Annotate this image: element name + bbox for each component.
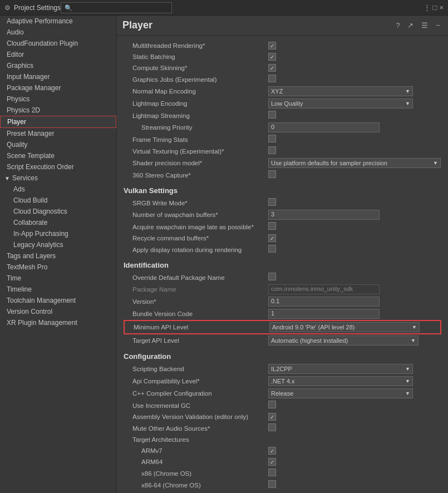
sidebar-item-input-manager[interactable]: Input Manager xyxy=(0,71,116,82)
maximize-button[interactable]: □ xyxy=(433,3,437,12)
dropdown-shader-precision-text: Use platform defaults for sampler precis… xyxy=(271,160,387,166)
sidebar-item-collaborate[interactable]: Collaborate xyxy=(0,217,116,228)
sidebar-item-player[interactable]: Player xyxy=(0,116,116,128)
sidebar-item-graphics[interactable]: Graphics xyxy=(0,60,116,71)
checkbox-srgb-write[interactable] xyxy=(268,198,276,206)
help-icon[interactable]: ? xyxy=(393,20,402,31)
sidebar-item-audio[interactable]: Audio xyxy=(0,27,116,38)
sidebar-item-physics-2d[interactable]: Physics 2D xyxy=(0,105,116,116)
sidebar-item-ads[interactable]: Ads xyxy=(0,184,116,195)
dropdown-normal-map-encoding[interactable]: XYZ ▼ xyxy=(268,86,413,96)
checkbox-virtual-texturing[interactable] xyxy=(268,146,276,154)
checkbox-apply-display-rotation[interactable] xyxy=(268,245,276,253)
row-assembly-version-validation: Assembly Version Validation (editor only… xyxy=(124,411,441,422)
sidebar-item-cloudfoundation[interactable]: CloudFoundation Plugin xyxy=(0,38,116,49)
dropdown-api-compatibility[interactable]: .NET 4.x ▼ xyxy=(268,376,413,386)
sidebar-item-editor[interactable]: Editor xyxy=(0,49,116,60)
checkbox-x86[interactable] xyxy=(268,469,276,476)
services-arrow: ▼ xyxy=(4,175,10,181)
checkbox-override-package-name[interactable] xyxy=(268,273,276,280)
sidebar-item-textmesh-pro[interactable]: TextMesh Pro xyxy=(0,262,116,273)
checkbox-frame-timing[interactable] xyxy=(268,135,276,142)
value-normal-map-encoding: XYZ ▼ xyxy=(268,86,441,96)
input-bundle-version-code[interactable]: 1 xyxy=(268,309,380,319)
checkbox-assembly-version-validation[interactable] xyxy=(268,413,276,421)
sidebar-item-script-execution-order[interactable]: Script Execution Order xyxy=(0,161,116,172)
row-virtual-texturing: Virtual Texturing (Experimental)* xyxy=(124,145,441,157)
value-minimum-api-level: Android 9.0 'Pie' (API level 28) ▼ xyxy=(269,322,440,332)
sidebar-item-cloud-diagnostics[interactable]: Cloud Diagnostics xyxy=(0,206,116,217)
sidebar-item-physics[interactable]: Physics xyxy=(0,93,116,105)
input-package-name: com.inmolens.inmo_unity_sdk xyxy=(268,284,380,294)
checkbox-x86-64[interactable] xyxy=(268,480,276,488)
label-lightmap-encoding: Lightmap Encoding xyxy=(124,100,268,107)
configuration-header: Configuration xyxy=(124,352,441,361)
sidebar-item-adaptive-performance[interactable]: Adaptive Performance xyxy=(0,16,116,27)
sidebar-item-quality[interactable]: Quality xyxy=(0,139,116,150)
row-incremental-gc: Use Incremental GC xyxy=(124,400,441,411)
checkbox-armv7[interactable] xyxy=(268,447,276,455)
value-shader-precision: Use platform defaults for sampler precis… xyxy=(268,158,441,168)
dropdown-shader-precision[interactable]: Use platform defaults for sampler precis… xyxy=(268,158,441,168)
checkbox-graphics-jobs[interactable] xyxy=(268,75,276,82)
input-streaming-priority[interactable]: 0 xyxy=(268,122,380,132)
layout-icon[interactable]: ☰ xyxy=(419,20,430,31)
checkbox-incremental-gc[interactable] xyxy=(268,401,276,408)
checkbox-360-stereo[interactable] xyxy=(268,170,276,178)
sidebar-item-tags-and-layers[interactable]: Tags and Layers xyxy=(0,250,116,262)
checkbox-compute-skinning[interactable] xyxy=(268,64,276,72)
dropdown-scripting-backend-arrow: ▼ xyxy=(405,366,410,372)
checkbox-acquire-swapchain[interactable] xyxy=(268,222,276,230)
row-x86: x86 (Chrome OS) xyxy=(124,467,441,479)
checkbox-mute-audio[interactable] xyxy=(268,423,276,431)
dropdown-target-api-level[interactable]: Automatic (highest installed) ▼ xyxy=(268,336,419,346)
input-swapchain-buffers[interactable]: 3 xyxy=(268,210,380,220)
sidebar-item-in-app-purchasing[interactable]: In-App Purchasing xyxy=(0,228,116,239)
checkbox-lightmap-streaming[interactable] xyxy=(268,111,276,119)
pin-button[interactable]: ⋮ xyxy=(424,3,431,12)
row-normal-map-encoding: Normal Map Encoding XYZ ▼ xyxy=(124,85,441,97)
dropdown-cpp-compiler[interactable]: Release ▼ xyxy=(268,388,413,398)
sidebar-item-version-control[interactable]: Version Control xyxy=(0,306,116,317)
dropdown-lightmap-encoding-text: Low Quality xyxy=(271,100,303,107)
dropdown-minimum-api-level[interactable]: Android 9.0 'Pie' (API level 28) ▼ xyxy=(269,322,420,332)
sidebar-item-toolchain-management[interactable]: Toolchain Management xyxy=(0,295,116,306)
row-arm64: ARM64 xyxy=(124,456,441,467)
sidebar-item-cloud-build[interactable]: Cloud Build xyxy=(0,195,116,206)
value-x86-64 xyxy=(268,480,441,490)
input-version[interactable]: 0.1 xyxy=(268,297,380,307)
minimize-icon[interactable]: − xyxy=(434,20,442,31)
label-acquire-swapchain: Acquire swapchain image late as possible… xyxy=(124,224,268,230)
label-static-batching: Static Batching xyxy=(124,53,268,60)
sidebar-group-services[interactable]: ▼Services xyxy=(0,172,116,184)
sidebar-item-time[interactable]: Time xyxy=(0,273,116,284)
dropdown-cpp-compiler-text: Release xyxy=(271,390,293,397)
label-mute-audio: Mute Other Audio Sources* xyxy=(124,425,268,432)
sidebar-item-xr-plugin-management[interactable]: XR Plugin Management xyxy=(0,317,116,328)
open-icon[interactable]: ↗ xyxy=(405,20,416,31)
sidebar-item-legacy-analytics[interactable]: Legacy Analytics xyxy=(0,239,116,250)
value-cpp-compiler: Release ▼ xyxy=(268,388,441,398)
checkbox-static-batching[interactable] xyxy=(268,53,276,61)
search-input[interactable] xyxy=(61,2,172,13)
sidebar-item-timeline[interactable]: Timeline xyxy=(0,284,116,295)
dropdown-lightmap-encoding[interactable]: Low Quality ▼ xyxy=(268,98,413,109)
value-bundle-version-code: 1 xyxy=(268,309,441,319)
value-x86 xyxy=(268,469,441,478)
label-assembly-version-validation: Assembly Version Validation (editor only… xyxy=(124,413,268,420)
label-x86: x86 (Chrome OS) xyxy=(124,470,268,477)
checkbox-recycle-command-buffers[interactable] xyxy=(268,234,276,242)
checkbox-arm64[interactable] xyxy=(268,458,276,466)
label-arm64: ARM64 xyxy=(124,459,268,465)
dropdown-scripting-backend[interactable]: IL2CPP ▼ xyxy=(268,364,413,374)
sidebar-item-scene-template[interactable]: Scene Template xyxy=(0,150,116,161)
checkbox-multithreaded-rendering[interactable] xyxy=(268,42,276,50)
dropdown-target-api-level-arrow: ▼ xyxy=(411,338,416,343)
close-button[interactable]: × xyxy=(439,3,444,12)
row-shader-precision: Shader precision model* Use platform def… xyxy=(124,157,441,169)
sidebar-item-preset-manager[interactable]: Preset Manager xyxy=(0,128,116,139)
row-acquire-swapchain: Acquire swapchain image late as possible… xyxy=(124,221,441,233)
row-lightmap-streaming: Lightmap Streaming xyxy=(124,110,441,121)
row-minimum-api-level: Minimum API Level Android 9.0 'Pie' (API… xyxy=(124,320,441,334)
sidebar-item-package-manager[interactable]: Package Manager xyxy=(0,82,116,93)
